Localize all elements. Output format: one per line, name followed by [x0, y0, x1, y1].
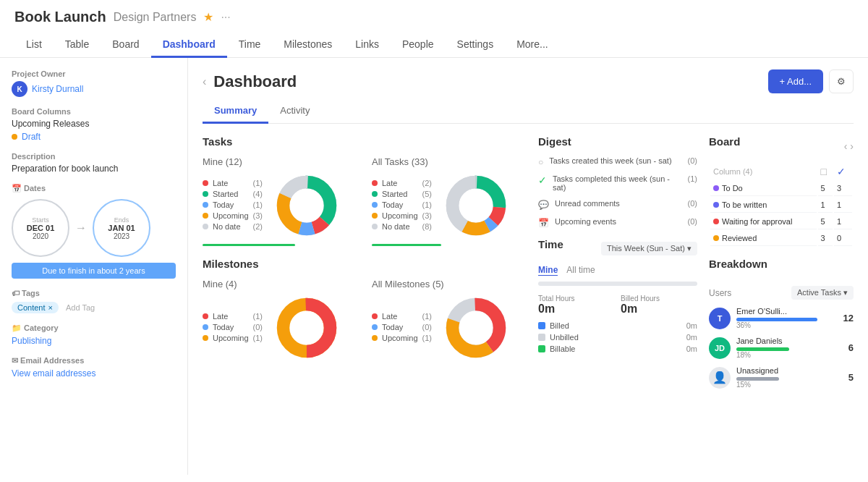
- board-next-button[interactable]: ›: [850, 140, 854, 152]
- content-area: ‹ Dashboard + Add... ⚙ Summary Activity …: [188, 58, 868, 475]
- legend-item: Today (0): [203, 323, 263, 331]
- mine-chart-container: Late (1) Started (4): [203, 173, 357, 238]
- nav-tab-milestones[interactable]: Milestones: [272, 33, 344, 58]
- unassigned-info: Unassigned 15%: [736, 366, 843, 389]
- emer-avatar: T: [709, 308, 731, 329]
- board-nav: ‹ ›: [844, 140, 854, 152]
- view-email-link[interactable]: View email addresses: [12, 368, 96, 379]
- time-usage-bar: [538, 282, 697, 286]
- nav-tab-links[interactable]: Links: [344, 33, 391, 58]
- mine-tasks-title: Mine (12): [203, 156, 357, 167]
- add-button[interactable]: + Add...: [768, 69, 823, 93]
- legend-item: Started (5): [372, 190, 432, 198]
- all-tasks-title: All Tasks (33): [372, 156, 527, 167]
- total-hours-value: 0m: [538, 303, 615, 316]
- tab-summary[interactable]: Summary: [203, 99, 268, 124]
- sidebar-board-columns: Board Columns Upcoming Releases Draft: [12, 107, 176, 142]
- nav-tab-dashboard[interactable]: Dashboard: [151, 33, 227, 58]
- right-column: Board ‹ › Column (4) □ ✓: [709, 135, 854, 396]
- late-dot: [372, 180, 378, 186]
- mine-progress-bar: [203, 244, 295, 246]
- milestones-title: Milestones: [203, 258, 527, 270]
- mine-milestones-chart: [274, 295, 339, 360]
- jane-name: Jane Daniels: [736, 337, 809, 345]
- unassigned-pct: 15%: [736, 381, 843, 389]
- description-label: Description: [12, 152, 176, 161]
- breakdown-title: Breakdown: [709, 258, 767, 270]
- breakdown-header: Breakdown: [709, 258, 854, 279]
- unassigned-avatar: 👤: [709, 367, 731, 389]
- email-icon: ✉: [12, 356, 18, 365]
- tab-activity[interactable]: Activity: [268, 99, 321, 124]
- filter-alltime[interactable]: All time: [566, 265, 595, 276]
- board-prev-button[interactable]: ‹: [844, 140, 848, 152]
- all-milestones-title: All Milestones (5): [372, 279, 527, 289]
- all-milestones-container: Late (1) Today (0): [372, 295, 527, 360]
- col-todo: To Do: [710, 181, 817, 196]
- email-label: ✉ Email Addresses: [12, 356, 176, 365]
- draft-item: Draft: [12, 132, 176, 142]
- draft-label[interactable]: Draft: [22, 132, 41, 142]
- tasks-title: Tasks: [203, 135, 527, 148]
- board-table: Column (4) □ ✓ To Do 5 3: [709, 162, 854, 248]
- end-date-circle: Ends JAN 01 2023: [93, 199, 150, 257]
- board-columns-label: Board Columns: [12, 107, 176, 116]
- table-row: To Do 5 3: [710, 181, 852, 196]
- main-nav: List Table Board Dashboard Time Mileston…: [14, 33, 854, 57]
- board-header: Board ‹ ›: [709, 135, 854, 156]
- breakdown-subheader: Users Active Tasks ▾: [709, 286, 854, 300]
- content-tag[interactable]: Content ×: [12, 302, 59, 313]
- nav-tab-table[interactable]: Table: [54, 33, 101, 58]
- billed-hours-stat: Billed Hours 0m: [621, 295, 697, 316]
- mine-milestones: Mine (4) Late (1): [203, 279, 357, 360]
- legend-item: Today (1): [372, 200, 432, 209]
- breakdown-filter[interactable]: Active Tasks ▾: [791, 286, 854, 300]
- mine-milestones-svg: [274, 295, 339, 360]
- person-icon: 👤: [712, 371, 727, 384]
- unbilled-color: [538, 334, 545, 341]
- unbilled-row: Unbilled 0m: [538, 333, 697, 342]
- tag-remove-icon[interactable]: ×: [48, 303, 53, 312]
- nav-tab-settings[interactable]: Settings: [446, 33, 506, 58]
- nav-tab-people[interactable]: People: [391, 33, 446, 58]
- upcoming-dot: [203, 213, 208, 219]
- date-arrow-icon: →: [75, 221, 87, 234]
- billed-color: [538, 322, 545, 329]
- column-header: Column (4): [710, 164, 817, 179]
- nav-tab-board[interactable]: Board: [101, 33, 150, 58]
- dates-label: 📅 Dates: [12, 184, 176, 193]
- jane-count: 6: [848, 342, 854, 353]
- checkbox-header: □: [818, 164, 833, 179]
- billed-hours-value: 0m: [621, 303, 697, 316]
- legend-item: Today (0): [372, 323, 432, 331]
- comment-icon: 💬: [538, 200, 549, 210]
- more-options-icon[interactable]: ···: [221, 11, 230, 24]
- folder-icon: 📁: [12, 324, 22, 332]
- col-reviewed-count2: 0: [834, 231, 852, 246]
- star-icon[interactable]: ★: [203, 10, 213, 24]
- col-todo-count1: 5: [818, 181, 833, 196]
- col-written: To be written: [710, 198, 817, 213]
- milestones-section: Milestones Mine (4) Late (1): [203, 258, 527, 360]
- add-tag-button[interactable]: Add Tag: [66, 303, 95, 312]
- nodate-dot: [203, 224, 208, 229]
- nav-tab-time[interactable]: Time: [227, 33, 273, 58]
- all-chart-container: Late (2) Started (5): [372, 173, 527, 238]
- due-banner: Due to finish in about 2 years: [12, 263, 176, 279]
- back-button[interactable]: ‹: [203, 75, 206, 88]
- time-details: Billed 0m Unbilled 0m Billable 0m: [538, 321, 697, 353]
- digest-title: Digest: [538, 135, 697, 148]
- owner-name[interactable]: Kirsty Durnall: [32, 84, 83, 94]
- emer-count: 12: [843, 313, 854, 324]
- settings-gear-button[interactable]: ⚙: [829, 69, 854, 93]
- dates-container: Starts DEC 01 2020 → Ends JAN 01 2023: [12, 199, 176, 257]
- nav-tab-list[interactable]: List: [14, 33, 54, 58]
- time-section: Time This Week (Sun - Sat) ▾ Mine All ti…: [538, 238, 697, 353]
- all-donut-svg: [443, 173, 509, 238]
- total-hours-stat: Total Hours 0m: [538, 295, 615, 316]
- time-period-selector[interactable]: This Week (Sun - Sat) ▾: [601, 242, 697, 255]
- time-header: Time This Week (Sun - Sat) ▾: [538, 238, 697, 259]
- nav-tab-more[interactable]: More...: [505, 33, 560, 58]
- filter-mine[interactable]: Mine: [538, 265, 558, 276]
- category-value[interactable]: Publishing: [12, 336, 51, 346]
